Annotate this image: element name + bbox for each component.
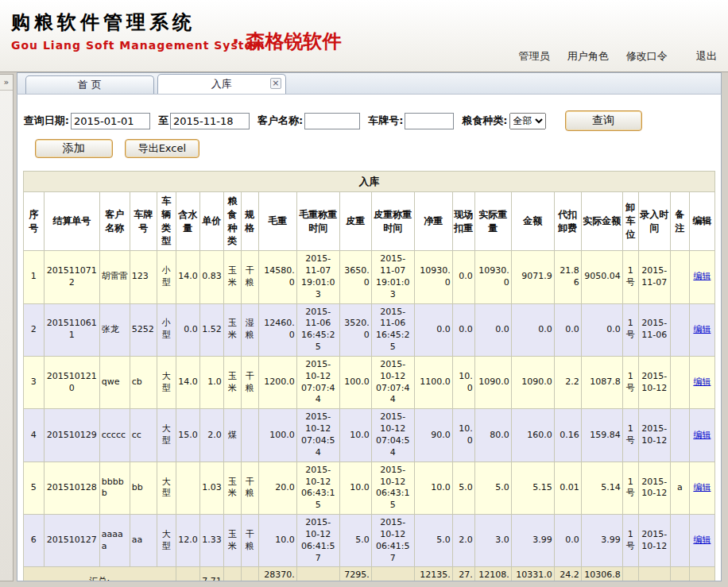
summary-label: 汇总:: [23, 567, 176, 581]
summary-cell: [241, 567, 258, 581]
column-header: 毛重: [258, 192, 296, 251]
edit-link[interactable]: 编辑: [693, 377, 711, 387]
add-button[interactable]: 添加: [35, 139, 113, 158]
cell: 2015-10-12 07:04:54: [371, 409, 414, 461]
cell: 3650.0: [339, 251, 371, 303]
cell: [670, 515, 689, 567]
cell: 20.0: [258, 461, 296, 514]
grain-type-select[interactable]: 全部: [509, 113, 546, 129]
summary-cell: [670, 567, 689, 581]
cell: 2015-10-12 06:43:15: [296, 461, 339, 514]
date-to-input[interactable]: [170, 113, 250, 129]
table-title-row: 入库: [23, 172, 714, 192]
date-from-input[interactable]: [71, 113, 150, 129]
column-header: 现场扣重: [452, 192, 474, 251]
app-title: 购粮软件管理系统: [11, 10, 196, 35]
cell: 2015-10-12 06:41:57: [296, 515, 339, 567]
cell: [670, 251, 689, 303]
edit-link[interactable]: 编辑: [693, 324, 711, 334]
cell: 大型: [157, 409, 176, 461]
cell: 2.0: [199, 409, 223, 461]
cell: 1号: [622, 461, 638, 514]
cell: 15.0: [176, 409, 199, 461]
action-buttons: 添加 导出Excel: [35, 139, 721, 158]
column-header: 金额: [511, 192, 554, 251]
cell: 5.15: [511, 461, 554, 514]
cell: 201510128: [44, 461, 99, 514]
close-tab-icon[interactable]: ×: [270, 78, 281, 89]
cell: 1100.0: [414, 356, 452, 408]
cell: 3520.0: [339, 303, 371, 356]
customer-name-input[interactable]: [304, 113, 360, 129]
column-header: 编辑: [689, 192, 714, 251]
to-label: 至: [158, 114, 168, 128]
edit-cell: 编辑: [689, 251, 714, 303]
cell: 0.16: [554, 409, 581, 461]
edit-link[interactable]: 编辑: [693, 271, 711, 281]
cell: 10.0: [452, 356, 474, 408]
nav-logout[interactable]: 退出: [696, 50, 717, 62]
cell: 4: [23, 409, 44, 461]
cell: 干粮: [241, 356, 258, 408]
cell: 5252: [130, 303, 157, 356]
cell: 小型: [157, 303, 176, 356]
brand-name: · 森格锐软件: [232, 29, 341, 54]
inbound-table: 入库 序号结算单号客户名称车牌号车辆类型含水量单价粮食种类规格毛重毛重称重时间皮…: [23, 171, 715, 581]
cell: 14580.0: [258, 251, 296, 303]
edit-cell: 编辑: [689, 461, 714, 514]
summary-cell: [223, 567, 241, 581]
tab-inbound[interactable]: 入库 ×: [157, 74, 286, 94]
cell: 0.0: [452, 303, 474, 356]
cell: 1.33: [199, 515, 223, 567]
cell: a: [670, 461, 689, 514]
cell: 10.0: [414, 461, 452, 514]
cell: 2.2: [554, 356, 581, 408]
cell: 2: [23, 303, 44, 356]
cell: 2015-10-12 06:41:57: [371, 515, 414, 567]
summary-cell: 10306.81: [581, 567, 622, 581]
table-row: 5201510128bbbbbbb大型1.03玉米干粮20.02015-10-1…: [23, 461, 714, 514]
edit-link[interactable]: 编辑: [693, 535, 711, 545]
summary-cell: [371, 567, 414, 581]
cell: 12.0: [176, 515, 199, 567]
column-header: 含水量: [176, 192, 199, 251]
main-column: 首 页 入库 × 查询日期: 至 客户名称: 车牌号: 粮食种类: 全部: [17, 72, 722, 581]
cell: 1: [23, 251, 44, 303]
cell: 1090.0: [511, 356, 554, 408]
cell: aaaaa: [99, 515, 130, 567]
nav-change-password[interactable]: 修改口令: [626, 50, 668, 62]
cell: 10.0: [339, 461, 371, 514]
cell: 14.0: [176, 251, 199, 303]
nav-user-role[interactable]: 用户角色: [567, 50, 609, 62]
cell: 159.84: [581, 409, 622, 461]
export-excel-button[interactable]: 导出Excel: [125, 139, 199, 158]
tab-bar: 首 页 入库 ×: [17, 72, 722, 94]
cell: 2.0: [452, 515, 474, 567]
table-row: 6201510127aaaaaaa大型12.01.33玉米干粮10.02015-…: [23, 515, 714, 567]
edit-link[interactable]: 编辑: [693, 430, 711, 440]
cell: 大型: [157, 515, 176, 567]
cell: 2015-11-07 19:01:03: [371, 251, 414, 303]
summary-cell: 28370.0: [258, 567, 296, 581]
tab-home[interactable]: 首 页: [25, 75, 154, 94]
cell: 14.0: [176, 356, 199, 408]
sidebar-expand-icon[interactable]: »: [0, 75, 13, 91]
cell: 2015110712: [44, 251, 99, 303]
cell: 2015-10-12 07:07:44: [296, 356, 339, 408]
edit-cell: 编辑: [689, 515, 714, 567]
nav-admin[interactable]: 管理员: [519, 50, 550, 62]
plate-number-input[interactable]: [405, 113, 454, 129]
cell: 2015-11-07 19:01:03: [296, 251, 339, 303]
summary-cell: 7.71: [199, 567, 223, 581]
summary-cell: [296, 567, 339, 581]
cell: 2015-10-12 06:43:15: [371, 461, 414, 514]
column-header: 备注: [670, 192, 689, 251]
body-row: » 首 页 入库 × 查询日期: 至 客户名称: 车牌号: 粮食种类:: [0, 72, 728, 587]
cell: 160.0: [511, 409, 554, 461]
cell: 1号: [622, 303, 638, 356]
edit-link[interactable]: 编辑: [693, 482, 711, 492]
cell: cb: [130, 356, 157, 408]
cell: [670, 356, 689, 408]
search-button[interactable]: 查询: [565, 110, 642, 131]
cell: 1.03: [199, 461, 223, 514]
